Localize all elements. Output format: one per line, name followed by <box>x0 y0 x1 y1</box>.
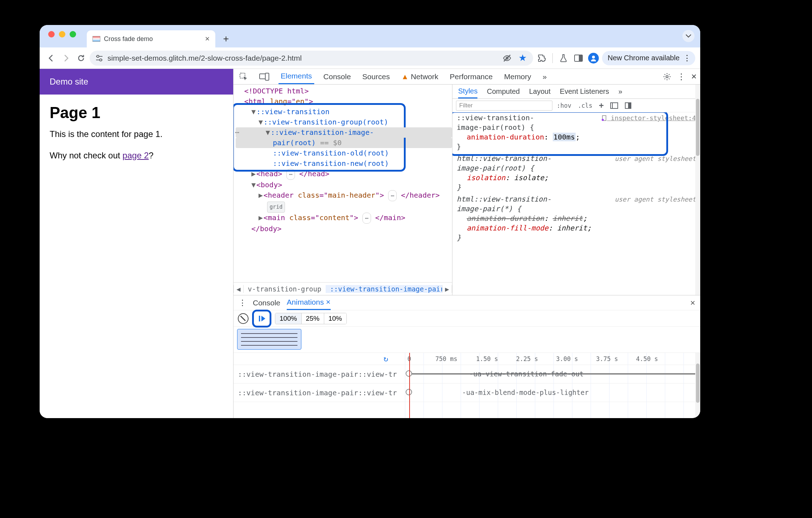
tab-network[interactable]: ▲Network <box>399 69 441 84</box>
styles-tab-styles[interactable]: Styles <box>458 85 477 98</box>
styles-tab-listeners[interactable]: Event Listeners <box>560 87 609 96</box>
settings-gear-icon[interactable] <box>663 72 671 81</box>
extensions-icon[interactable] <box>535 52 548 65</box>
tab-elements[interactable]: Elements <box>279 69 314 84</box>
breadcrumb-item-active[interactable]: ::view-transition-image-pair <box>326 285 442 293</box>
page-link[interactable]: page 2 <box>122 151 149 160</box>
track-element-name: ::view-transition-image-pair::view-tr <box>238 370 399 379</box>
styles-tabs-more[interactable]: » <box>618 87 622 96</box>
more-menu-icon[interactable]: ⋮ <box>683 54 690 63</box>
svg-point-8 <box>592 56 595 59</box>
tab-sources[interactable]: Sources <box>360 69 392 84</box>
breadcrumb-scroll-right[interactable]: ▶ <box>442 285 452 293</box>
ellipsis-icon: ⋯ <box>235 127 239 138</box>
forward-button[interactable] <box>60 52 72 65</box>
hov-button[interactable]: :hov <box>555 102 573 109</box>
dom-node[interactable]: ▶<header class="main-header"> ⋯ </header… <box>236 190 452 201</box>
styles-tab-computed[interactable]: Computed <box>487 87 520 96</box>
drawer-tab-animations[interactable]: Animations × <box>287 295 331 310</box>
inspect-element-icon[interactable] <box>237 69 250 84</box>
animation-track[interactable]: ::view-transition-image-pair::view-tr -u… <box>234 384 700 402</box>
keyframe-start-handle[interactable] <box>406 370 412 377</box>
dom-node[interactable]: ▼<body> <box>236 180 452 190</box>
tabs-overflow[interactable]: » <box>541 69 549 84</box>
minimize-window-icon[interactable] <box>59 31 65 37</box>
dom-node-selected[interactable]: ⋯ ▼::view-transition-image- <box>236 127 452 138</box>
speed-100[interactable]: 100% <box>275 313 302 324</box>
clear-animations-icon[interactable] <box>238 313 249 324</box>
collapsed-icon[interactable]: ⋯ <box>362 213 371 224</box>
browser-tab[interactable]: Cross fade demo × <box>87 30 215 47</box>
text-span: Why not check out <box>50 151 122 160</box>
timeline-ruler[interactable]: ↻ 0 750 ms 1.50 s 2.25 s 3.00 s 3.75 s 4… <box>234 353 700 365</box>
dom-node[interactable]: ▶<main class="content"> ⋯ </main> <box>236 213 452 224</box>
drawer-tab-close-icon[interactable]: × <box>326 298 331 307</box>
new-tab-button[interactable]: + <box>219 32 233 46</box>
drawer-scrollbar[interactable] <box>695 353 700 418</box>
panels-icon[interactable] <box>572 52 585 65</box>
device-toggle-icon[interactable] <box>257 69 271 84</box>
scrollbar-thumb[interactable] <box>696 364 700 403</box>
new-rule-button[interactable]: + <box>597 101 606 111</box>
dom-node[interactable]: </body> <box>236 224 452 234</box>
computed-toggle-icon[interactable] <box>622 102 634 109</box>
tick-label: 1.50 s <box>476 355 498 362</box>
breadcrumb-item[interactable]: v-transition-group <box>244 285 326 293</box>
profile-avatar[interactable] <box>587 52 600 65</box>
close-devtools-icon[interactable]: × <box>691 71 697 82</box>
css-rules[interactable]: inspector-stylesheet:4 ::view-transition… <box>452 112 700 295</box>
labs-flask-icon[interactable] <box>557 52 570 65</box>
drawer-tabs: ⋮ Console Animations × × <box>234 295 700 310</box>
scrollbar[interactable] <box>695 85 700 295</box>
site-settings-icon[interactable] <box>95 55 103 62</box>
animation-track[interactable]: ::view-transition-image-pair::view-tr -u… <box>234 365 700 384</box>
tick-label: 3.00 s <box>556 355 578 362</box>
dom-node[interactable]: <!DOCTYPE html> <box>236 86 452 96</box>
tab-memory[interactable]: Memory <box>502 69 533 84</box>
speed-25[interactable]: 25% <box>302 313 324 324</box>
replay-icon[interactable]: ↻ <box>384 354 388 363</box>
animation-group-thumb[interactable] <box>237 329 301 350</box>
tab-network-label: Network <box>411 72 438 81</box>
styles-tab-layout[interactable]: Layout <box>529 87 551 96</box>
speed-10[interactable]: 10% <box>324 313 346 324</box>
scrollbar-thumb[interactable] <box>696 99 700 156</box>
collapsed-icon[interactable]: ⋯ <box>388 190 397 201</box>
animation-name: -ua-view-transition-fade-out <box>469 370 583 378</box>
animation-name: -ua-mix-blend-mode-plus-lighter <box>462 388 589 396</box>
kebab-menu-icon[interactable]: ⋮ <box>677 72 686 82</box>
tab-strip: Cross fade demo × + <box>40 25 700 47</box>
grid-badge[interactable]: grid <box>267 202 285 213</box>
keyframe-start-handle[interactable] <box>406 389 412 395</box>
toggle-common-icon[interactable] <box>608 102 620 109</box>
dom-breadcrumb: ◀ v-transition-group ::view-transition-i… <box>234 282 452 295</box>
eye-off-icon[interactable] <box>502 54 512 63</box>
css-rule[interactable]: user agent stylesheet html::view-transit… <box>457 194 696 243</box>
update-chip-label: New Chrome available <box>608 54 680 62</box>
drawer-menu-icon[interactable]: ⋮ <box>239 298 246 308</box>
cls-button[interactable]: .cls <box>576 102 595 109</box>
breadcrumb-scroll-left[interactable]: ◀ <box>234 285 244 293</box>
rule-close: } <box>457 183 696 192</box>
update-chip[interactable]: New Chrome available ⋮ <box>602 51 695 65</box>
css-declaration-overridden: animation-duration: inherit; <box>457 214 696 223</box>
drawer-close-icon[interactable]: × <box>690 298 695 308</box>
styles-filter-input[interactable]: Filter <box>456 101 552 111</box>
divider <box>552 53 553 63</box>
tab-close-icon[interactable]: × <box>205 34 210 44</box>
dom-tree[interactable]: <!DOCTYPE html> <html lang="en"> ▼::view… <box>234 85 452 282</box>
css-rule[interactable]: user agent stylesheet html::view-transit… <box>457 154 696 192</box>
tabs-overflow-button[interactable] <box>682 30 695 42</box>
maximize-window-icon[interactable] <box>70 31 76 37</box>
tab-console[interactable]: Console <box>321 69 353 84</box>
reload-button[interactable] <box>75 52 87 65</box>
bookmark-star-icon[interactable]: ★ <box>518 54 527 63</box>
omnibox[interactable]: simple-set-demos.glitch.me/2-slow-cross-… <box>90 51 533 66</box>
close-window-icon[interactable] <box>48 31 55 37</box>
playhead[interactable] <box>409 353 410 418</box>
back-button[interactable] <box>45 52 57 65</box>
drawer-tab-console[interactable]: Console <box>253 299 280 307</box>
play-pause-button[interactable] <box>256 313 268 325</box>
page-pane: Demo site Page 1 This is the content for… <box>40 69 233 418</box>
tab-performance[interactable]: Performance <box>447 69 495 84</box>
